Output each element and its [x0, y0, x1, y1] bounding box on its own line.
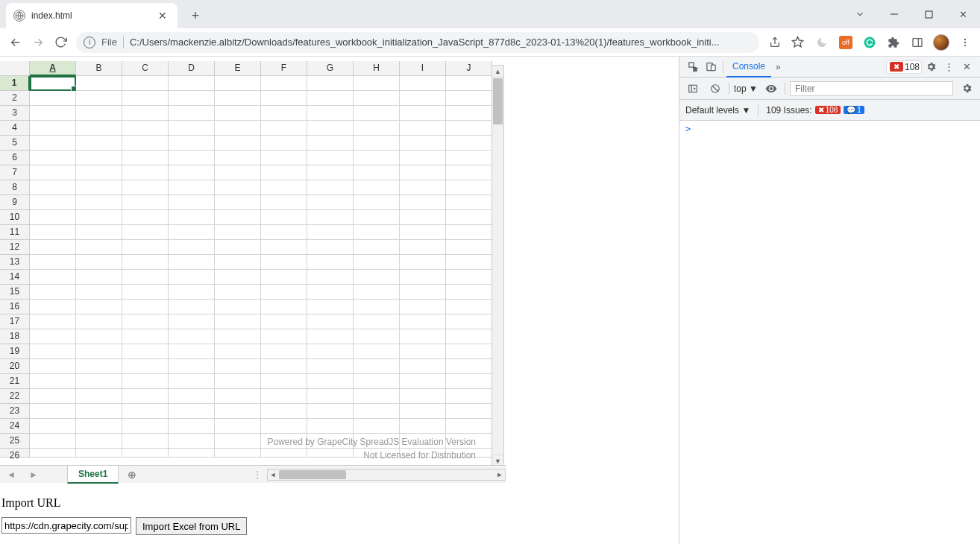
cell[interactable] [400, 270, 446, 285]
error-count-badge[interactable]: ✖108 [886, 60, 922, 74]
cell[interactable] [400, 91, 446, 106]
cell[interactable] [215, 151, 261, 165]
cell[interactable] [307, 136, 354, 151]
cell[interactable] [261, 225, 307, 240]
cell[interactable] [122, 195, 169, 210]
cell[interactable] [307, 374, 354, 389]
cell[interactable] [122, 151, 169, 165]
column-header[interactable]: H [354, 61, 400, 76]
row-header[interactable]: 26 [0, 449, 30, 458]
cell[interactable] [261, 121, 307, 136]
cell[interactable] [307, 389, 354, 404]
cell[interactable] [261, 359, 307, 374]
cell[interactable] [354, 285, 400, 300]
cell[interactable] [215, 314, 261, 329]
cell[interactable] [400, 419, 446, 434]
cell[interactable] [169, 76, 215, 91]
cell[interactable] [76, 359, 122, 374]
cell[interactable] [30, 91, 76, 106]
cell[interactable] [354, 91, 400, 106]
cell[interactable] [122, 91, 169, 106]
cell[interactable] [400, 225, 446, 240]
cell[interactable] [261, 389, 307, 404]
scroll-up-icon[interactable]: ▲ [492, 66, 503, 78]
chrome-menu-icon[interactable] [955, 32, 976, 53]
cell[interactable] [215, 106, 261, 121]
cell[interactable] [215, 404, 261, 419]
new-tab-button[interactable]: + [185, 5, 206, 26]
cell[interactable] [169, 419, 215, 434]
cell[interactable] [30, 374, 76, 389]
cell[interactable] [30, 240, 76, 255]
cell[interactable] [169, 106, 215, 121]
cell[interactable] [76, 419, 122, 434]
maximize-button[interactable] [911, 3, 946, 25]
cell[interactable] [30, 359, 76, 374]
row-header[interactable]: 18 [0, 329, 30, 344]
cell[interactable] [354, 329, 400, 344]
cell[interactable] [30, 165, 76, 180]
horizontal-scrollbar[interactable]: ◄ ► [267, 469, 506, 481]
cell[interactable] [261, 180, 307, 195]
cell[interactable] [446, 151, 492, 165]
share-icon[interactable] [764, 31, 786, 54]
cell[interactable] [446, 329, 492, 344]
cell[interactable] [30, 389, 76, 404]
cell[interactable] [215, 270, 261, 285]
cell[interactable] [169, 359, 215, 374]
row-header[interactable]: 19 [0, 344, 30, 359]
cell[interactable] [215, 91, 261, 106]
cell[interactable] [169, 136, 215, 151]
cell[interactable] [261, 106, 307, 121]
spreadsheet[interactable]: ABCDEFGHIJ 12345678910111213141516171819… [0, 61, 506, 464]
hscroll-left-icon[interactable]: ◄ [268, 471, 278, 478]
cell[interactable] [76, 389, 122, 404]
cell[interactable] [169, 151, 215, 165]
cell[interactable] [215, 195, 261, 210]
cell[interactable] [215, 449, 261, 458]
cell[interactable] [446, 419, 492, 434]
cell[interactable] [354, 210, 400, 225]
site-info-icon[interactable]: i [84, 37, 95, 48]
log-levels-selector[interactable]: Default levels ▼ [685, 105, 750, 116]
cell[interactable] [76, 91, 122, 106]
cell[interactable] [215, 180, 261, 195]
console-settings-icon[interactable] [958, 80, 976, 98]
execution-context-selector[interactable]: top ▼ [734, 83, 758, 94]
cell[interactable] [354, 404, 400, 419]
cell[interactable] [215, 300, 261, 314]
cell[interactable] [76, 344, 122, 359]
cell[interactable] [76, 151, 122, 165]
cell[interactable] [307, 300, 354, 314]
cell[interactable] [169, 449, 215, 458]
cell[interactable] [76, 255, 122, 270]
cell[interactable] [122, 210, 169, 225]
cell[interactable] [400, 404, 446, 419]
hscroll-right-icon[interactable]: ► [494, 471, 505, 478]
cell[interactable] [307, 285, 354, 300]
spreadsheet-rows[interactable]: 1234567891011121314151617181920212223242… [0, 76, 506, 464]
cell[interactable] [169, 195, 215, 210]
cell[interactable] [446, 255, 492, 270]
cell[interactable] [215, 344, 261, 359]
minimize-button[interactable] [877, 3, 911, 25]
profile-avatar[interactable] [931, 32, 952, 53]
cell[interactable] [446, 225, 492, 240]
tab-nav-prev-icon[interactable]: ◄ [0, 469, 22, 480]
cell[interactable] [261, 165, 307, 180]
close-window-button[interactable]: ✕ [946, 3, 980, 25]
cell[interactable] [354, 344, 400, 359]
cell[interactable] [446, 359, 492, 374]
cell[interactable] [354, 389, 400, 404]
address-bar[interactable]: i File C:/Users/mackenzie.albitz/Downloa… [76, 32, 759, 53]
devtools-settings-icon[interactable] [922, 58, 940, 76]
cell[interactable] [76, 300, 122, 314]
row-header[interactable]: 24 [0, 419, 30, 434]
cell[interactable] [400, 180, 446, 195]
cell[interactable] [215, 121, 261, 136]
cell[interactable] [30, 180, 76, 195]
cell[interactable] [30, 76, 76, 91]
cell[interactable] [446, 374, 492, 389]
scroll-thumb[interactable] [493, 78, 503, 124]
row-header[interactable]: 7 [0, 165, 30, 180]
